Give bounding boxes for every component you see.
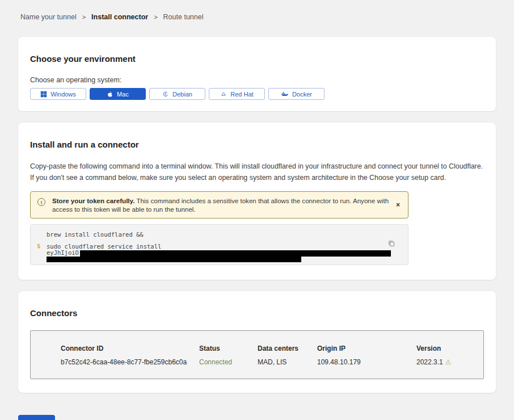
breadcrumb-install-connector[interactable]: Install connector: [91, 13, 148, 21]
os-select-label: Choose an operating system:: [30, 76, 484, 84]
apple-icon: [107, 91, 113, 98]
breadcrumb-separator: >: [154, 14, 157, 20]
warning-title: Store your token carefully.: [52, 197, 134, 204]
shell-prompt: $: [37, 242, 40, 249]
token-line: eyJhIjoiO: [47, 250, 392, 257]
breadcrumb-name-your-tunnel[interactable]: Name your tunnel: [20, 13, 77, 21]
table-row: b7c52c42-6caa-48ee-8c77-fbe259cb6c0a Con…: [61, 358, 483, 366]
os-button-windows[interactable]: Windows: [30, 88, 86, 100]
warning-text: Store your token carefully. This command…: [52, 196, 391, 213]
data-centers-value: MAD, LIS: [258, 358, 317, 366]
os-button-label: Docker: [292, 91, 312, 98]
header-origin-ip: Origin IP: [317, 345, 416, 352]
command-line-2: sudo cloudflared service install: [47, 243, 392, 250]
warning-triangle-icon: ⚠: [445, 358, 452, 366]
header-status: Status: [199, 345, 258, 352]
os-button-group: Windows Mac Debian: [30, 88, 484, 100]
header-connector-id: Connector ID: [61, 345, 199, 352]
connectors-title: Connectors: [30, 308, 484, 318]
windows-icon: [40, 91, 47, 98]
command-line-1: brew install cloudflared &&: [47, 231, 392, 238]
next-button[interactable]: Next: [18, 415, 55, 420]
origin-ip-value: 109.48.10.179: [317, 358, 416, 366]
tunnel-setup-page: Name your tunnel > Install connector > R…: [0, 0, 514, 420]
breadcrumb-separator: >: [82, 14, 86, 20]
close-icon[interactable]: ×: [395, 200, 401, 209]
redacted-token-bar: [47, 257, 301, 262]
install-command-block: brew install cloudflared && $ sudo cloud…: [30, 224, 408, 265]
status-badge: Connected: [199, 358, 258, 366]
os-button-docker[interactable]: Docker: [268, 88, 325, 100]
docker-icon: [281, 91, 289, 97]
os-button-debian[interactable]: Debian: [149, 88, 205, 100]
connectors-card: Connectors Connector ID Status Data cent…: [18, 291, 496, 393]
header-data-centers: Data centers: [258, 345, 317, 352]
os-button-redhat[interactable]: Red Hat: [209, 88, 265, 100]
choose-environment-title: Choose your environment: [30, 54, 484, 64]
connectors-table: Connector ID Status Data centers Origin …: [30, 330, 484, 379]
header-version: Version: [416, 345, 483, 352]
install-description: Copy-paste the following command into a …: [30, 161, 484, 183]
redhat-icon: [220, 91, 227, 98]
os-button-label: Windows: [50, 91, 76, 98]
token-warning-banner: ! Store your token carefully. This comma…: [30, 191, 408, 219]
token-prefix: eyJhIjoiO: [47, 249, 79, 256]
os-button-label: Mac: [117, 91, 129, 98]
redacted-token-bar: [80, 250, 391, 257]
os-button-label: Red Hat: [230, 91, 253, 98]
version-value: 2022.3.1⚠: [416, 358, 483, 366]
connector-id-value: b7c52c42-6caa-48ee-8c77-fbe259cb6c0a: [61, 358, 199, 366]
breadcrumb-route-tunnel[interactable]: Route tunnel: [163, 13, 204, 21]
copy-icon[interactable]: [387, 240, 395, 249]
alert-circle-icon: !: [37, 198, 45, 206]
os-button-label: Debian: [172, 91, 192, 98]
debian-icon: [162, 91, 169, 98]
breadcrumb: Name your tunnel > Install connector > R…: [0, 0, 514, 21]
choose-environment-card: Choose your environment Choose an operat…: [18, 37, 496, 111]
os-button-mac[interactable]: Mac: [90, 88, 146, 100]
install-connector-title: Install and run a connector: [30, 140, 484, 149]
install-connector-card: Install and run a connector Copy-paste t…: [18, 123, 496, 280]
connectors-table-header: Connector ID Status Data centers Origin …: [61, 345, 483, 352]
